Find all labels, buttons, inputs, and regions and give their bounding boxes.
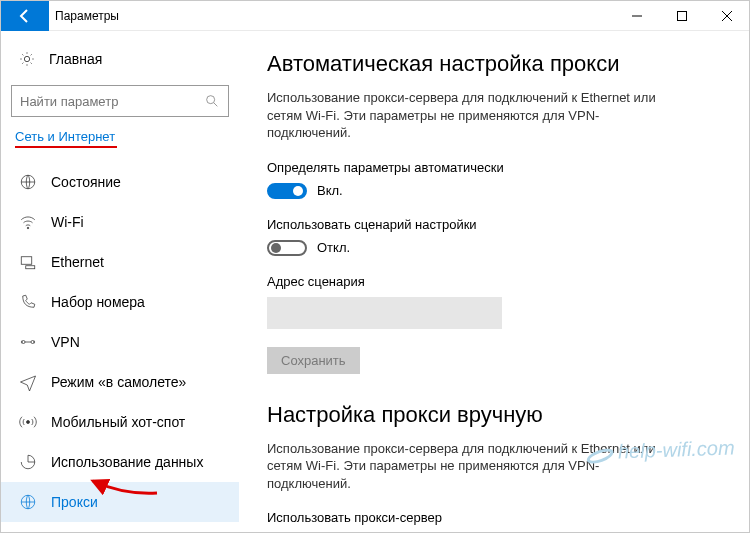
sidebar-item-airplane[interactable]: Режим «в самолете» [1, 362, 239, 402]
toggle-label-use-proxy: Использовать прокси-сервер [267, 510, 721, 525]
sidebar-item-label: Использование данных [51, 454, 203, 470]
svg-point-7 [22, 341, 25, 344]
sidebar-item-ethernet[interactable]: Ethernet [1, 242, 239, 282]
gear-icon [19, 51, 35, 67]
sidebar-item-label: Прокси [51, 494, 98, 510]
globe-icon [19, 493, 37, 511]
sidebar-item-label: Состояние [51, 174, 121, 190]
sidebar-item-status[interactable]: Состояние [1, 162, 239, 202]
svg-rect-6 [26, 266, 35, 269]
close-button[interactable] [704, 1, 749, 31]
sidebar-item-label: Мобильный хот-спот [51, 414, 185, 430]
toggle-use-setup-script[interactable] [267, 240, 307, 256]
hotspot-icon [19, 413, 37, 431]
toggle-state-script: Откл. [317, 240, 350, 255]
content-pane: Автоматическая настройка прокси Использо… [239, 31, 749, 533]
window-controls [614, 1, 749, 31]
ethernet-icon [19, 253, 37, 271]
vpn-icon [19, 333, 37, 351]
svg-point-1 [24, 56, 29, 61]
sidebar-item-vpn[interactable]: VPN [1, 322, 239, 362]
window-title: Параметры [49, 9, 614, 23]
sidebar-item-label: VPN [51, 334, 80, 350]
svg-rect-0 [677, 11, 686, 20]
search-input[interactable] [20, 94, 204, 109]
sidebar-item-proxy[interactable]: Прокси [1, 482, 239, 522]
back-button[interactable] [1, 1, 49, 31]
sidebar-item-hotspot[interactable]: Мобильный хот-спот [1, 402, 239, 442]
sidebar: Главная Сеть и Интернет Состояние Wi-Fi … [1, 31, 239, 533]
annotation-underline [15, 146, 117, 148]
globe-icon [19, 173, 37, 191]
maximize-button[interactable] [659, 1, 704, 31]
search-icon [204, 93, 220, 109]
section-desc-manual: Использование прокси-сервера для подключ… [267, 440, 667, 493]
data-usage-icon [19, 453, 37, 471]
airplane-icon [19, 373, 37, 391]
sidebar-item-label: Набор номера [51, 294, 145, 310]
script-address-label: Адрес сценария [267, 274, 721, 289]
wifi-icon [19, 213, 37, 231]
svg-point-4 [27, 227, 29, 229]
toggle-label-script: Использовать сценарий настройки [267, 217, 721, 232]
search-box[interactable] [11, 85, 229, 117]
sidebar-item-label: Ethernet [51, 254, 104, 270]
svg-point-8 [31, 341, 34, 344]
phone-icon [19, 293, 37, 311]
save-button[interactable]: Сохранить [267, 347, 360, 374]
sidebar-item-datausage[interactable]: Использование данных [1, 442, 239, 482]
toggle-label-detect: Определять параметры автоматически [267, 160, 721, 175]
sidebar-item-dialup[interactable]: Набор номера [1, 282, 239, 322]
toggle-detect-automatically[interactable] [267, 183, 307, 199]
svg-point-2 [207, 96, 215, 104]
sidebar-item-label: Режим «в самолете» [51, 374, 186, 390]
sidebar-item-wifi[interactable]: Wi-Fi [1, 202, 239, 242]
home-label: Главная [49, 51, 102, 67]
title-bar: Параметры [1, 1, 749, 31]
script-address-input[interactable] [267, 297, 502, 329]
sidebar-item-label: Wi-Fi [51, 214, 84, 230]
category-label: Сеть и Интернет [1, 129, 239, 144]
svg-rect-5 [21, 257, 32, 265]
toggle-state-detect: Вкл. [317, 183, 343, 198]
home-link[interactable]: Главная [1, 39, 239, 79]
minimize-button[interactable] [614, 1, 659, 31]
section-heading-manual: Настройка прокси вручную [267, 402, 721, 428]
svg-point-9 [27, 421, 30, 424]
section-heading-auto: Автоматическая настройка прокси [267, 51, 721, 77]
section-desc-auto: Использование прокси-сервера для подключ… [267, 89, 667, 142]
